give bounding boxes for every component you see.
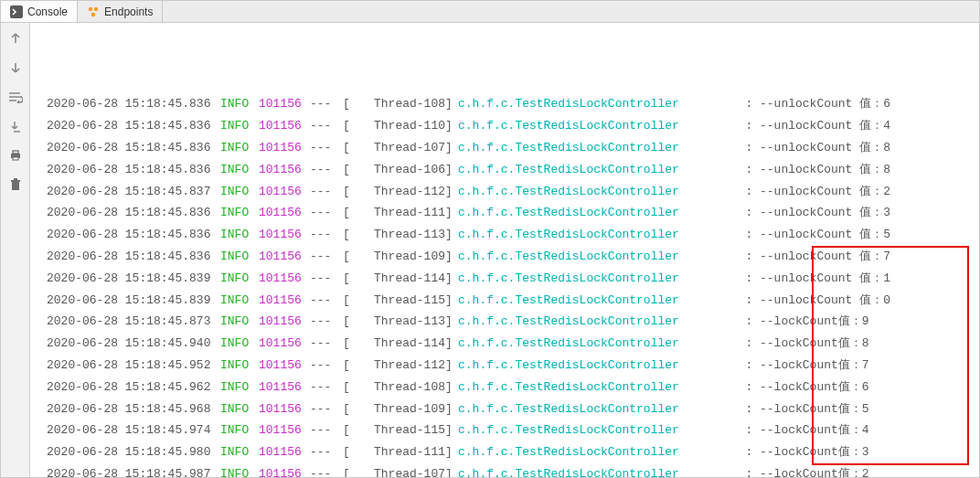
log-bracket-close: ] bbox=[445, 290, 458, 312]
log-thread: Thread-111 bbox=[352, 441, 445, 463]
log-line: 2020-06-28 15:18:45.836INFO101156---[Thr… bbox=[47, 115, 979, 137]
svg-rect-5 bbox=[13, 151, 18, 154]
log-line: 2020-06-28 15:18:45.980INFO101156---[Thr… bbox=[47, 441, 979, 463]
log-level: INFO bbox=[220, 224, 259, 246]
log-separator: : bbox=[696, 398, 760, 420]
log-timestamp: 2020-06-28 15:18:45.873 bbox=[47, 311, 220, 333]
log-separator: : bbox=[696, 137, 760, 159]
svg-point-2 bbox=[94, 6, 99, 11]
log-class: c.h.f.c.TestRedisLockController bbox=[458, 355, 696, 377]
tab-console[interactable]: Console bbox=[1, 1, 78, 22]
log-level: INFO bbox=[220, 159, 259, 181]
log-level: INFO bbox=[220, 333, 259, 355]
log-level: INFO bbox=[220, 137, 259, 159]
log-bracket-close: ] bbox=[445, 93, 458, 115]
log-line: 2020-06-28 15:18:45.839INFO101156---[Thr… bbox=[47, 290, 979, 312]
log-bracket-close: ] bbox=[445, 377, 458, 398]
log-level: INFO bbox=[220, 311, 259, 333]
svg-rect-7 bbox=[12, 182, 19, 190]
log-timestamp: 2020-06-28 15:18:45.839 bbox=[47, 268, 220, 290]
log-separator: : bbox=[696, 441, 760, 463]
log-pid: 101156 bbox=[259, 290, 310, 312]
log-level: INFO bbox=[220, 115, 259, 137]
log-line: 2020-06-28 15:18:45.836INFO101156---[Thr… bbox=[47, 159, 979, 181]
log-class: c.h.f.c.TestRedisLockController bbox=[458, 441, 696, 463]
log-toolbar bbox=[1, 23, 30, 477]
log-timestamp: 2020-06-28 15:18:45.836 bbox=[47, 115, 220, 137]
log-thread: Thread-115 bbox=[352, 420, 445, 441]
log-dash: --- bbox=[310, 333, 343, 355]
log-thread: Thread-107 bbox=[352, 137, 445, 159]
log-separator: : bbox=[696, 224, 760, 246]
log-pid: 101156 bbox=[259, 441, 310, 463]
log-line: 2020-06-28 15:18:45.836INFO101156---[Thr… bbox=[47, 202, 979, 224]
log-bracket-open: [ bbox=[343, 224, 352, 246]
log-separator: : bbox=[696, 93, 760, 115]
log-dash: --- bbox=[310, 93, 343, 115]
log-bracket-open: [ bbox=[343, 246, 352, 268]
log-message: --unlockCount 值：5 bbox=[760, 224, 890, 246]
log-thread: Thread-113 bbox=[352, 224, 445, 246]
soft-wrap-button[interactable] bbox=[5, 87, 26, 107]
log-bracket-open: [ bbox=[343, 159, 352, 181]
log-timestamp: 2020-06-28 15:18:45.837 bbox=[47, 181, 220, 203]
log-class: c.h.f.c.TestRedisLockController bbox=[458, 246, 696, 268]
svg-rect-6 bbox=[13, 157, 18, 160]
log-separator: : bbox=[696, 377, 760, 398]
svg-rect-8 bbox=[11, 180, 20, 182]
log-bracket-open: [ bbox=[343, 268, 352, 290]
log-class: c.h.f.c.TestRedisLockController bbox=[458, 311, 696, 333]
log-timestamp: 2020-06-28 15:18:45.968 bbox=[47, 398, 220, 420]
log-dash: --- bbox=[310, 290, 343, 312]
log-pid: 101156 bbox=[259, 377, 310, 398]
scroll-to-end-button[interactable] bbox=[5, 116, 26, 136]
log-pid: 101156 bbox=[259, 398, 310, 420]
endpoints-icon bbox=[87, 5, 100, 18]
log-timestamp: 2020-06-28 15:18:45.836 bbox=[47, 93, 220, 115]
log-timestamp: 2020-06-28 15:18:45.836 bbox=[47, 224, 220, 246]
log-pid: 101156 bbox=[259, 333, 310, 355]
svg-point-1 bbox=[89, 6, 93, 11]
log-timestamp: 2020-06-28 15:18:45.836 bbox=[47, 159, 220, 181]
tab-endpoints[interactable]: Endpoints bbox=[78, 1, 163, 22]
log-class: c.h.f.c.TestRedisLockController bbox=[458, 290, 696, 312]
log-pid: 101156 bbox=[259, 159, 310, 181]
log-level: INFO bbox=[220, 441, 259, 463]
log-separator: : bbox=[696, 290, 760, 312]
log-thread: Thread-108 bbox=[352, 377, 445, 398]
log-level: INFO bbox=[220, 290, 259, 312]
scroll-down-button[interactable] bbox=[5, 58, 26, 78]
log-bracket-close: ] bbox=[445, 181, 458, 203]
log-bracket-close: ] bbox=[445, 420, 458, 441]
log-class: c.h.f.c.TestRedisLockController bbox=[458, 115, 696, 137]
print-button[interactable] bbox=[5, 145, 26, 165]
log-dash: --- bbox=[310, 268, 343, 290]
log-dash: --- bbox=[310, 224, 343, 246]
log-level: INFO bbox=[220, 398, 259, 420]
log-bracket-open: [ bbox=[343, 181, 352, 203]
log-bracket-close: ] bbox=[445, 355, 458, 377]
log-separator: : bbox=[696, 355, 760, 377]
log-dash: --- bbox=[310, 115, 343, 137]
log-message: --unlockCount 值：2 bbox=[760, 181, 890, 203]
log-level: INFO bbox=[220, 93, 259, 115]
log-separator: : bbox=[696, 333, 760, 355]
log-pid: 101156 bbox=[259, 268, 310, 290]
log-separator: : bbox=[696, 246, 760, 268]
log-line: 2020-06-28 15:18:45.940INFO101156---[Thr… bbox=[47, 333, 979, 355]
log-message: --lockCount值：8 bbox=[760, 333, 869, 355]
log-thread: Thread-113 bbox=[352, 311, 445, 333]
log-pid: 101156 bbox=[259, 246, 310, 268]
log-bracket-close: ] bbox=[445, 311, 458, 333]
scroll-up-button[interactable] bbox=[5, 28, 26, 48]
log-class: c.h.f.c.TestRedisLockController bbox=[458, 420, 696, 441]
log-thread: Thread-114 bbox=[352, 333, 445, 355]
log-pid: 101156 bbox=[259, 202, 310, 224]
clear-button[interactable] bbox=[5, 175, 26, 195]
log-level: INFO bbox=[220, 268, 259, 290]
log-pid: 101156 bbox=[259, 463, 310, 477]
console-output[interactable]: 2020-06-28 15:18:45.836INFO101156---[Thr… bbox=[30, 23, 979, 477]
log-thread: Thread-112 bbox=[352, 355, 445, 377]
log-pid: 101156 bbox=[259, 355, 310, 377]
log-thread: Thread-115 bbox=[352, 290, 445, 312]
